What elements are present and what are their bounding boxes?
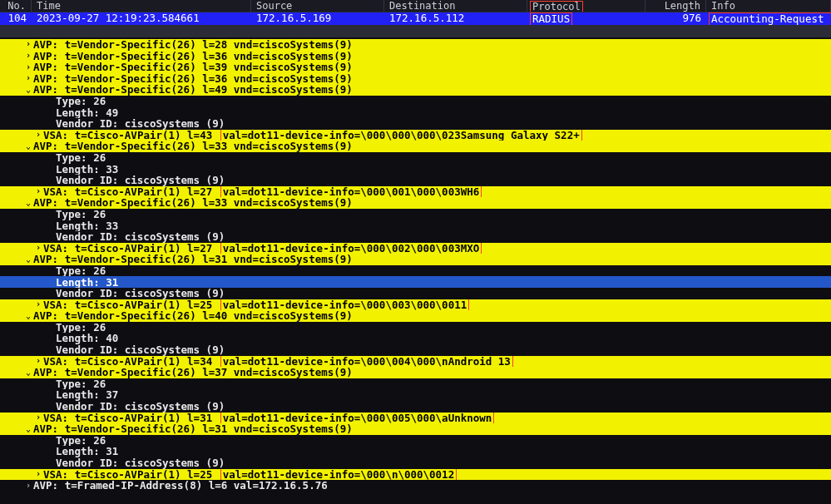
detail-line[interactable]: ›VSA: t=Cisco-AVPair(1) l=25 val=dot11-d… bbox=[0, 299, 831, 311]
highlighted-value: val=dot11-device-info=\000\004\000\nAndr… bbox=[220, 356, 513, 368]
pane-divider[interactable] bbox=[0, 25, 831, 37]
chevron-right-icon[interactable]: › bbox=[23, 40, 33, 49]
chevron-right-icon[interactable]: › bbox=[33, 413, 43, 422]
detail-line[interactable]: Vendor ID: ciscoSystems (9) bbox=[0, 175, 831, 186]
detail-line[interactable]: Length: 49 bbox=[0, 107, 831, 119]
detail-line[interactable]: Vendor ID: ciscoSystems (9) bbox=[0, 118, 831, 130]
detail-line[interactable]: ⌄AVP: t=Vendor-Specific(26) l=33 vnd=cis… bbox=[0, 197, 831, 209]
detail-line[interactable]: ›VSA: t=Cisco-AVPair(1) l=27 val=dot11-d… bbox=[0, 186, 831, 198]
packet-row-selected[interactable]: 104 2023-09-27 12:19:23.584661 172.16.5.… bbox=[0, 12, 831, 25]
chevron-right-icon[interactable]: › bbox=[33, 357, 43, 366]
chevron-right-icon[interactable]: › bbox=[23, 482, 33, 491]
detail-line[interactable]: Vendor ID: ciscoSystems (9) bbox=[0, 457, 831, 469]
chevron-down-icon[interactable]: ⌄ bbox=[23, 312, 33, 321]
detail-line[interactable]: ›VSA: t=Cisco-AVPair(1) l=43 val=dot11-d… bbox=[0, 130, 831, 141]
caret-spacer bbox=[46, 391, 56, 400]
col-header-info[interactable]: Info bbox=[706, 0, 831, 12]
detail-text: Type: 26 bbox=[56, 209, 106, 220]
col-header-no[interactable]: No. bbox=[0, 0, 32, 12]
chevron-right-icon[interactable]: › bbox=[23, 74, 33, 83]
detail-line[interactable]: Vendor ID: ciscoSystems (9) bbox=[0, 401, 831, 413]
detail-text: AVP: t=Vendor-Specific(26) l=36 vnd=cisc… bbox=[33, 51, 353, 62]
col-header-destination[interactable]: Destination bbox=[384, 0, 527, 12]
detail-line[interactable]: Type: 26 bbox=[0, 322, 831, 334]
chevron-down-icon[interactable]: ⌄ bbox=[23, 368, 33, 378]
detail-line[interactable]: Length: 31 bbox=[0, 276, 831, 288]
caret-spacer bbox=[46, 447, 56, 457]
detail-line[interactable]: ›VSA: t=Cisco-AVPair(1) l=27 val=dot11-d… bbox=[0, 243, 831, 254]
detail-line[interactable]: Length: 40 bbox=[0, 333, 831, 344]
detail-line[interactable]: Type: 26 bbox=[0, 265, 831, 277]
detail-text: Length: 31 bbox=[56, 446, 118, 457]
detail-line[interactable]: ›AVP: t=Vendor-Specific(26) l=36 vnd=cis… bbox=[0, 51, 831, 62]
chevron-down-icon[interactable]: ⌄ bbox=[23, 425, 33, 434]
detail-line[interactable]: Vendor ID: ciscoSystems (9) bbox=[0, 231, 831, 243]
detail-line[interactable]: Length: 33 bbox=[0, 220, 831, 232]
caret-spacer bbox=[46, 278, 56, 287]
chevron-down-icon[interactable]: ⌄ bbox=[23, 255, 33, 264]
highlighted-value: val=dot11-device-info=\000\003\000\0011 bbox=[220, 299, 470, 311]
detail-text: Vendor ID: ciscoSystems (9) bbox=[56, 118, 225, 130]
detail-text: AVP: t=Vendor-Specific(26) l=31 vnd=cisc… bbox=[33, 423, 353, 435]
detail-line[interactable]: ›VSA: t=Cisco-AVPair(1) l=25 val=dot11-d… bbox=[0, 469, 831, 481]
detail-line[interactable]: Type: 26 bbox=[0, 378, 831, 390]
detail-text: Length: 31 bbox=[56, 277, 118, 289]
detail-text: Vendor ID: ciscoSystems (9) bbox=[56, 231, 225, 243]
chevron-right-icon[interactable]: › bbox=[33, 244, 43, 253]
detail-line[interactable]: ⌄AVP: t=Vendor-Specific(26) l=40 vnd=cis… bbox=[0, 310, 831, 322]
chevron-down-icon[interactable]: ⌄ bbox=[23, 86, 33, 95]
detail-line[interactable]: Length: 31 bbox=[0, 446, 831, 457]
detail-line[interactable]: Vendor ID: ciscoSystems (9) bbox=[0, 288, 831, 299]
detail-line[interactable]: ›AVP: t=Vendor-Specific(26) l=36 vnd=cis… bbox=[0, 73, 831, 85]
detail-text: Vendor ID: ciscoSystems (9) bbox=[56, 457, 225, 469]
detail-line[interactable]: ⌄AVP: t=Vendor-Specific(26) l=33 vnd=cis… bbox=[0, 141, 831, 152]
caret-spacer bbox=[46, 232, 56, 241]
detail-line[interactable]: ›AVP: t=Framed-IP-Address(8) l=6 val=172… bbox=[0, 480, 831, 492]
detail-line[interactable]: ⌄AVP: t=Vendor-Specific(26) l=37 vnd=cis… bbox=[0, 367, 831, 378]
chevron-right-icon[interactable]: › bbox=[33, 187, 43, 196]
detail-line[interactable]: Type: 26 bbox=[0, 435, 831, 447]
detail-text: Length: 33 bbox=[56, 164, 118, 175]
detail-text: VSA: t=Cisco-AVPair(1) l=25 bbox=[43, 299, 219, 311]
cell-source: 172.16.5.169 bbox=[251, 12, 384, 25]
detail-text: VSA: t=Cisco-AVPair(1) l=43 bbox=[43, 130, 219, 141]
detail-text: AVP: t=Vendor-Specific(26) l=33 vnd=cisc… bbox=[33, 141, 353, 152]
detail-line[interactable]: ⌄AVP: t=Vendor-Specific(26) l=49 vnd=cis… bbox=[0, 84, 831, 96]
detail-text: AVP: t=Vendor-Specific(26) l=36 vnd=cisc… bbox=[33, 73, 353, 85]
chevron-right-icon[interactable]: › bbox=[33, 300, 43, 309]
detail-text: Type: 26 bbox=[56, 265, 106, 277]
detail-line[interactable]: ›VSA: t=Cisco-AVPair(1) l=34 val=dot11-d… bbox=[0, 356, 831, 368]
detail-line[interactable]: Type: 26 bbox=[0, 152, 831, 164]
detail-line[interactable]: ›AVP: t=Vendor-Specific(26) l=39 vnd=cis… bbox=[0, 62, 831, 73]
caret-spacer bbox=[46, 221, 56, 230]
chevron-right-icon[interactable]: › bbox=[23, 63, 33, 72]
detail-line[interactable]: ›AVP: t=Vendor-Specific(26) l=28 vnd=cis… bbox=[0, 39, 831, 51]
caret-spacer bbox=[46, 289, 56, 298]
caret-spacer bbox=[46, 266, 56, 275]
detail-line[interactable]: ›VSA: t=Cisco-AVPair(1) l=31 val=dot11-d… bbox=[0, 413, 831, 424]
detail-text: Length: 49 bbox=[56, 107, 118, 119]
chevron-right-icon[interactable]: › bbox=[33, 470, 43, 479]
detail-line[interactable]: Length: 33 bbox=[0, 164, 831, 175]
cell-length: 976 bbox=[646, 12, 706, 25]
detail-line[interactable]: ⌄AVP: t=Vendor-Specific(26) l=31 vnd=cis… bbox=[0, 254, 831, 265]
chevron-down-icon[interactable]: ⌄ bbox=[23, 142, 33, 151]
chevron-right-icon[interactable]: › bbox=[23, 52, 33, 61]
detail-text: AVP: t=Vendor-Specific(26) l=28 vnd=cisc… bbox=[33, 39, 353, 51]
chevron-right-icon[interactable]: › bbox=[33, 131, 43, 140]
caret-spacer bbox=[46, 96, 56, 106]
detail-text: Vendor ID: ciscoSystems (9) bbox=[56, 288, 225, 299]
col-header-length[interactable]: Length bbox=[646, 0, 706, 12]
cell-destination: 172.16.5.112 bbox=[384, 12, 527, 25]
col-header-time[interactable]: Time bbox=[32, 0, 251, 12]
detail-line[interactable]: ⌄AVP: t=Vendor-Specific(26) l=31 vnd=cis… bbox=[0, 423, 831, 435]
col-header-source[interactable]: Source bbox=[251, 0, 384, 12]
detail-line[interactable]: Length: 37 bbox=[0, 389, 831, 401]
detail-line[interactable]: Type: 26 bbox=[0, 96, 831, 107]
chevron-down-icon[interactable]: ⌄ bbox=[23, 199, 33, 208]
detail-text: Type: 26 bbox=[56, 152, 106, 164]
col-header-protocol[interactable]: Protocol bbox=[527, 0, 646, 12]
packet-detail-tree[interactable]: ›AVP: t=Vendor-Specific(26) l=28 vnd=cis… bbox=[0, 37, 831, 492]
detail-line[interactable]: Vendor ID: ciscoSystems (9) bbox=[0, 344, 831, 356]
detail-line[interactable]: Type: 26 bbox=[0, 209, 831, 220]
